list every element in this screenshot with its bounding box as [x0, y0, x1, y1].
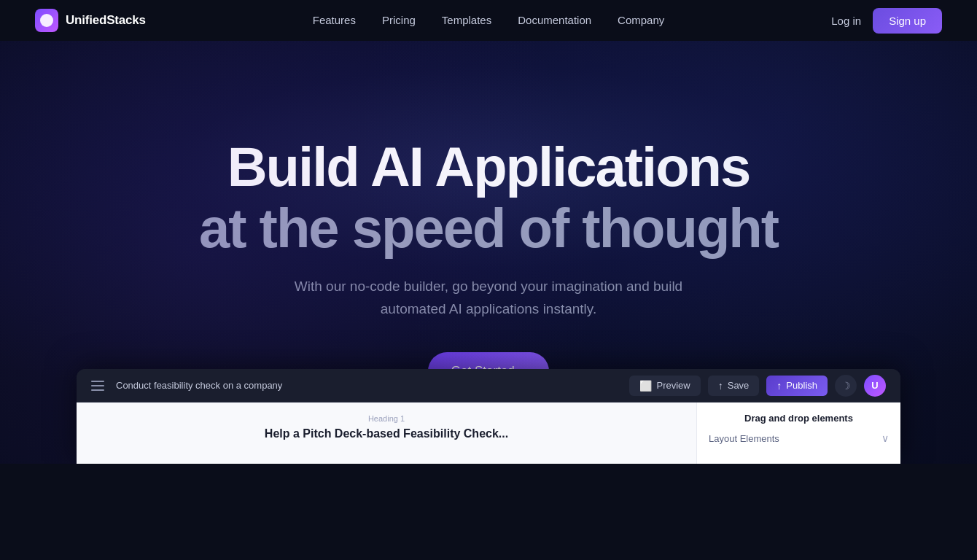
hero-title-line1: Build AI Applications: [227, 136, 750, 198]
dark-mode-toggle[interactable]: ☽: [835, 375, 857, 397]
login-button[interactable]: Log in: [831, 15, 861, 27]
app-sidebar-title: Drag and drop elements: [709, 413, 889, 424]
save-label: Save: [728, 380, 750, 391]
hero-subtitle: With our no-code builder, go beyond your…: [284, 276, 693, 320]
app-topbar-right: ⬜ Preview ↑ Save ↑ Publish ☽ U: [629, 375, 886, 397]
preview-label: Preview: [656, 380, 690, 391]
navbar: UnifiedStacks Features Pricing Templates…: [0, 0, 977, 41]
publish-icon: ↑: [776, 380, 782, 392]
app-heading-text: Help a Pitch Deck-based Feasibility Chec…: [91, 427, 682, 440]
save-button[interactable]: ↑ Save: [708, 376, 760, 396]
app-sidebar-layout-elements[interactable]: Layout Elements ∨: [709, 432, 889, 444]
publish-button[interactable]: ↑ Publish: [766, 376, 828, 396]
app-right-sidebar: Drag and drop elements Layout Elements ∨: [696, 402, 900, 464]
save-icon: ↑: [718, 380, 723, 392]
hero-title: Build AI Applications at the speed of th…: [199, 136, 778, 258]
app-body: Heading 1 Help a Pitch Deck-based Feasib…: [77, 402, 900, 464]
user-avatar[interactable]: U: [864, 375, 886, 397]
layout-elements-label: Layout Elements: [709, 433, 779, 444]
nav-pricing[interactable]: Pricing: [382, 14, 416, 26]
app-main-area: Heading 1 Help a Pitch Deck-based Feasib…: [77, 402, 696, 464]
hero-title-line2: at the speed of thought: [199, 197, 778, 259]
nav-documentation[interactable]: Documentation: [518, 14, 591, 26]
hamburger-icon[interactable]: [91, 381, 104, 391]
brand-logo-link[interactable]: UnifiedStacks: [35, 9, 146, 32]
chevron-down-icon: ∨: [881, 432, 889, 444]
app-topbar-left: Conduct feasibility check on a company: [91, 380, 282, 391]
publish-label: Publish: [786, 380, 817, 391]
preview-icon: ⬜: [639, 380, 652, 392]
app-preview: Conduct feasibility check on a company ⬜…: [77, 369, 900, 464]
app-topbar: Conduct feasibility check on a company ⬜…: [77, 369, 900, 402]
nav-templates[interactable]: Templates: [442, 14, 491, 26]
signup-button[interactable]: Sign up: [873, 8, 942, 34]
hero-section: Build AI Applications at the speed of th…: [0, 41, 977, 464]
navbar-actions: Log in Sign up: [831, 8, 942, 34]
app-heading-label: Heading 1: [91, 414, 682, 423]
brand-name: UnifiedStacks: [66, 13, 146, 28]
nav-links: Features Pricing Templates Documentation…: [313, 14, 665, 27]
nav-company[interactable]: Company: [618, 14, 664, 26]
preview-button[interactable]: ⬜ Preview: [629, 376, 700, 396]
brand-logo-icon: [35, 9, 58, 32]
app-title: Conduct feasibility check on a company: [116, 380, 282, 391]
nav-features[interactable]: Features: [313, 14, 356, 26]
